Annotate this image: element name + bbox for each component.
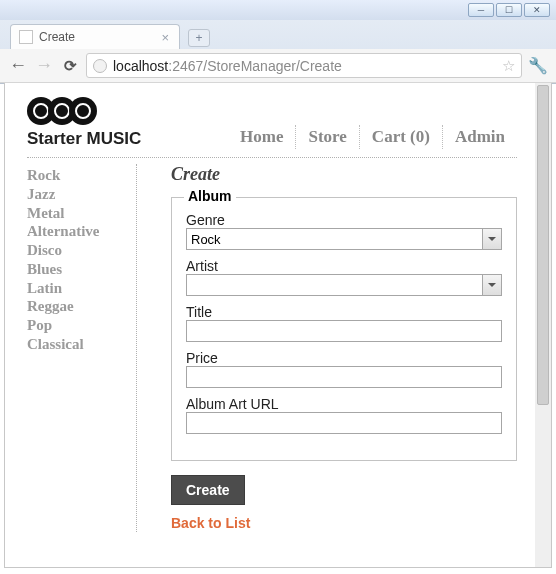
art-url-label: Album Art URL — [186, 396, 502, 412]
sidebar-item-alternative[interactable]: Alternative — [27, 222, 136, 241]
page-icon — [19, 30, 33, 44]
globe-icon — [93, 59, 107, 73]
url-path: :2467/StoreManager/Create — [168, 58, 342, 74]
window-close-button[interactable]: ✕ — [524, 3, 550, 17]
sidebar-item-metal[interactable]: Metal — [27, 204, 136, 223]
sidebar-item-reggae[interactable]: Reggae — [27, 297, 136, 316]
title-input[interactable] — [186, 320, 502, 342]
nav-cart[interactable]: Cart (0) — [360, 125, 443, 149]
nav-home[interactable]: Home — [228, 125, 296, 149]
genre-select[interactable]: Rock — [186, 228, 502, 250]
tab-close-icon[interactable]: × — [161, 30, 169, 45]
price-label: Price — [186, 350, 502, 366]
browser-toolbar: ← → ⟳ localhost:2467/StoreManager/Create… — [0, 49, 556, 83]
header-divider — [27, 157, 517, 158]
brand-name: Starter MUSIC — [27, 129, 141, 149]
viewport: Starter MUSIC Home Store Cart (0) Admin … — [4, 83, 552, 568]
new-tab-button[interactable]: + — [188, 29, 210, 47]
genre-value: Rock — [191, 232, 221, 247]
page-title: Create — [171, 164, 517, 185]
genre-sidebar: Rock Jazz Metal Alternative Disco Blues … — [27, 164, 137, 532]
genre-label: Genre — [186, 212, 502, 228]
logo-records-icon — [27, 97, 141, 125]
nav-store[interactable]: Store — [296, 125, 359, 149]
main-area: Create Album Genre Rock Artist — [137, 164, 517, 532]
sidebar-item-jazz[interactable]: Jazz — [27, 185, 136, 204]
artist-select[interactable] — [186, 274, 502, 296]
brand-area: Starter MUSIC — [27, 97, 141, 149]
top-nav: Home Store Cart (0) Admin — [228, 125, 517, 149]
sidebar-item-rock[interactable]: Rock — [27, 166, 136, 185]
price-input[interactable] — [186, 366, 502, 388]
window-titlebar: ─ ☐ ✕ — [0, 0, 556, 20]
browser-tab[interactable]: Create × — [10, 24, 180, 49]
scrollbar-thumb[interactable] — [537, 85, 549, 405]
fieldset-legend: Album — [184, 188, 236, 204]
scrollbar[interactable] — [535, 83, 551, 567]
bookmark-star-icon[interactable]: ☆ — [502, 57, 515, 75]
album-fieldset: Album Genre Rock Artist T — [171, 197, 517, 461]
art-url-input[interactable] — [186, 412, 502, 434]
page-content: Starter MUSIC Home Store Cart (0) Admin … — [5, 83, 535, 567]
title-label: Title — [186, 304, 502, 320]
sidebar-item-classical[interactable]: Classical — [27, 335, 136, 354]
nav-admin[interactable]: Admin — [443, 125, 517, 149]
address-bar[interactable]: localhost:2467/StoreManager/Create ☆ — [86, 53, 522, 78]
create-button[interactable]: Create — [171, 475, 245, 505]
back-to-list-link[interactable]: Back to List — [171, 515, 250, 531]
browser-tab-strip: Create × + — [0, 20, 556, 49]
sidebar-item-disco[interactable]: Disco — [27, 241, 136, 260]
wrench-icon[interactable]: 🔧 — [528, 56, 548, 75]
sidebar-item-blues[interactable]: Blues — [27, 260, 136, 279]
sidebar-item-latin[interactable]: Latin — [27, 279, 136, 298]
tab-title: Create — [39, 30, 75, 44]
url-host: localhost — [113, 58, 168, 74]
reload-icon[interactable]: ⟳ — [60, 57, 80, 75]
sidebar-item-pop[interactable]: Pop — [27, 316, 136, 335]
window-maximize-button[interactable]: ☐ — [496, 3, 522, 17]
forward-arrow-icon[interactable]: → — [34, 55, 54, 76]
back-arrow-icon[interactable]: ← — [8, 55, 28, 76]
browser-chrome: ─ ☐ ✕ Create × + ← → ⟳ localhost:2467/St… — [0, 0, 556, 84]
artist-label: Artist — [186, 258, 502, 274]
window-minimize-button[interactable]: ─ — [468, 3, 494, 17]
